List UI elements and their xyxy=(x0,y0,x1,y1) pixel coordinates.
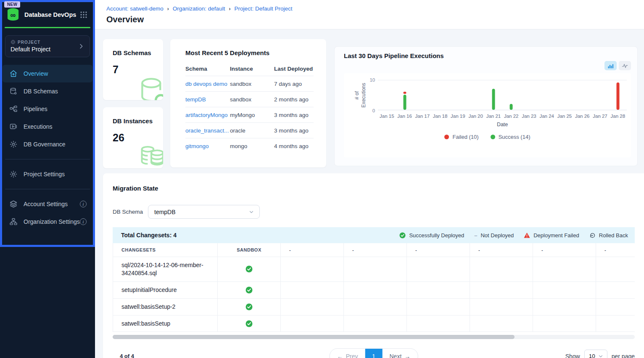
breadcrumb-link[interactable]: Account: satwell-demo xyxy=(106,5,164,12)
prev-page-button[interactable]: ←Prev xyxy=(330,349,365,358)
sidebar-item-label: DB Governance xyxy=(24,141,66,148)
chart-category xyxy=(485,80,502,110)
chart-category xyxy=(591,80,609,110)
y-axis-label: # ofExecutions xyxy=(354,83,367,108)
x-axis-title: Date xyxy=(378,122,627,127)
changesets-column-header: - xyxy=(281,243,344,257)
chart-category xyxy=(414,80,431,110)
changesets-column-header: - xyxy=(533,243,596,257)
line-chart-toggle-icon[interactable] xyxy=(619,61,631,70)
horizontal-scrollbar xyxy=(113,335,635,339)
x-tick-label: Jan 16 xyxy=(396,114,413,119)
legend-label: Success (14) xyxy=(499,134,531,140)
empty-status-cell xyxy=(281,299,344,316)
chart-category xyxy=(502,80,520,110)
chart-category xyxy=(431,80,449,110)
changesets-summary-band: Total Changesets: 4 Successfully Deploye… xyxy=(113,227,635,243)
sidebar-item-label: Account Settings xyxy=(24,201,68,207)
empty-status-cell xyxy=(407,316,470,332)
project-label: PROJECT xyxy=(18,40,40,45)
sidebar-item-account-settings[interactable]: Account Settingsi xyxy=(3,195,92,213)
schema-link[interactable]: db devops demo xyxy=(185,81,227,87)
schema-link[interactable]: artifactoryMongo xyxy=(185,112,228,118)
sidebar-item-label: Pipelines xyxy=(24,106,48,112)
sidebar-item-db-schemas[interactable]: DB Schemas xyxy=(3,82,92,100)
empty-status-cell xyxy=(344,316,407,332)
chart-category xyxy=(449,80,467,110)
db-schema-select[interactable]: tempDB xyxy=(148,205,260,219)
changesets-column-header: - xyxy=(407,243,470,257)
chart-category xyxy=(378,80,396,110)
scrollbar-thumb[interactable] xyxy=(113,335,515,339)
sidebar-item-executions[interactable]: Executions xyxy=(3,118,92,135)
show-label: Show xyxy=(565,353,580,358)
sidebar-item-db-governance[interactable]: DB Governance xyxy=(3,135,92,153)
check-circle-icon xyxy=(245,320,253,327)
page-size-value: 10 xyxy=(589,353,595,358)
last-deployed-cell: 3 months ago xyxy=(274,112,314,118)
breadcrumb-separator: › xyxy=(229,6,230,12)
sidebar-item-overview[interactable]: Overview xyxy=(3,65,92,82)
chart-category xyxy=(556,80,573,110)
instance-cell: sandbox xyxy=(230,96,274,103)
page-number-button[interactable]: 1 xyxy=(365,348,383,358)
check-circle-icon xyxy=(399,232,406,239)
play-box-icon xyxy=(9,122,18,131)
stat-card-db-instances: DB Instances26 xyxy=(103,107,163,168)
breadcrumb-link[interactable]: Project: Default Project xyxy=(234,5,292,12)
changeset-name-cell: setupInitialProcedure xyxy=(113,282,218,299)
layers-icon xyxy=(9,200,18,208)
changeset-row: sql/2024-10-14-12-06-member-34240854.sql xyxy=(113,257,635,282)
gear-icon xyxy=(9,140,18,149)
changesets-column-header: SANDBOX xyxy=(218,243,281,257)
primary-nav: OverviewDB SchemasPipelinesExecutionsDB … xyxy=(0,65,95,153)
empty-status-cell xyxy=(407,282,470,299)
x-tick-label: Jan 26 xyxy=(573,114,591,119)
changeset-name-cell: satwell:basisSetup xyxy=(113,316,218,332)
sidebar: NEW ∞ Database DevOps PROJECT Default Pr… xyxy=(0,0,95,358)
empty-status-cell xyxy=(281,257,344,282)
instance-cell: myMongo xyxy=(230,112,274,118)
changeset-name-cell: satwell:basisSetup-2 xyxy=(113,299,218,316)
breadcrumb-link[interactable]: Organization: default xyxy=(173,5,225,12)
deployment-row: artifactoryMongomyMongo3 months ago xyxy=(185,107,314,123)
svg-text:∞: ∞ xyxy=(11,11,16,19)
empty-status-cell xyxy=(596,282,635,299)
sidebar-item-organization-settings[interactable]: Organization Settingsi xyxy=(3,213,92,231)
empty-status-cell xyxy=(281,316,344,332)
x-tick-label: Jan 23 xyxy=(520,114,538,119)
info-icon[interactable]: i xyxy=(80,201,87,207)
bar-chart-toggle-icon[interactable] xyxy=(604,61,617,70)
schema-link[interactable]: oracle_transact... xyxy=(185,127,229,134)
sidebar-item-label: DB Schemas xyxy=(24,88,58,95)
sandbox-status-cell xyxy=(218,282,281,299)
failed-bar xyxy=(403,92,406,94)
empty-status-cell xyxy=(281,282,344,299)
chevron-down-icon xyxy=(248,209,254,215)
schema-link[interactable]: tempDB xyxy=(185,96,206,103)
db-schema-label: DB Schema xyxy=(113,209,148,215)
project-selector[interactable]: PROJECT Default Project xyxy=(5,35,90,57)
sidebar-item-pipelines[interactable]: Pipelines xyxy=(3,100,92,118)
status-legend-label: Successfully Deployed xyxy=(409,232,464,239)
schema-link[interactable]: gitmongo xyxy=(185,143,209,149)
x-tick-label: Jan 25 xyxy=(556,114,573,119)
db-stack-icon xyxy=(139,145,163,168)
next-page-button[interactable]: Next→ xyxy=(383,349,418,358)
legend-dot-icon xyxy=(491,135,495,139)
home-icon xyxy=(9,69,18,78)
changeset-row: satwell:basisSetup xyxy=(113,316,635,332)
stat-cards-column: DB Schemas7DB Instances26 xyxy=(103,39,163,168)
empty-status-cell xyxy=(407,257,470,282)
chevron-right-icon xyxy=(78,43,84,50)
chevron-down-icon xyxy=(598,353,604,358)
info-icon[interactable]: i xyxy=(80,218,87,225)
per-page-label: per page xyxy=(612,353,635,358)
chart-category xyxy=(573,80,591,110)
page-size-select[interactable]: 10 xyxy=(584,350,607,358)
app-grid-icon[interactable] xyxy=(79,10,88,19)
deployment-row: oracle_transact...oracle3 months ago xyxy=(185,123,314,138)
chart-category xyxy=(520,80,538,110)
chart-category xyxy=(396,80,413,110)
sidebar-item-project-settings[interactable]: Project Settings xyxy=(3,165,92,183)
